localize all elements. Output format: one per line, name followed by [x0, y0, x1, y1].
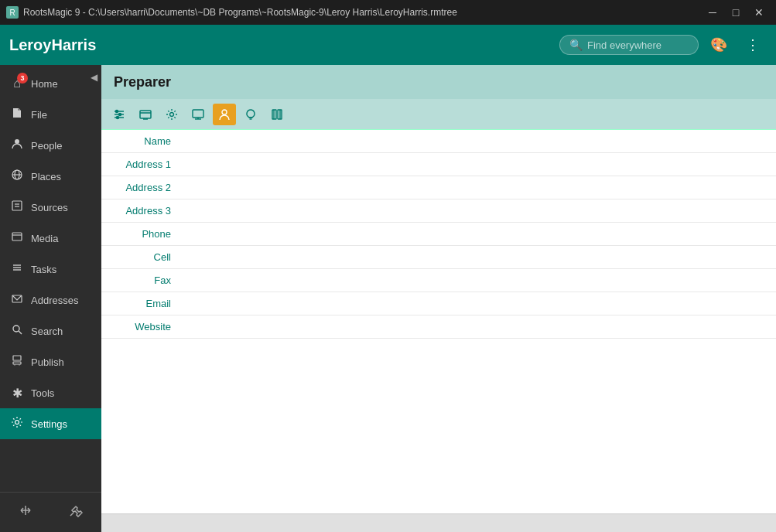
sidebar-nav: ⌂ Home 3 File People [0, 65, 101, 492]
label-cell: Cell [101, 247, 179, 267]
svg-point-40 [222, 110, 227, 114]
addresses-icon [9, 292, 25, 308]
toolbar-person-button[interactable] [213, 104, 236, 125]
input-email[interactable] [179, 293, 776, 315]
header-right: 🔍 🎨 ⋮ [559, 31, 767, 59]
label-address2: Address 2 [101, 178, 179, 197]
palette-button[interactable]: 🎨 [705, 31, 733, 59]
form-row-email: Email [101, 292, 776, 315]
svg-point-0 [15, 139, 19, 144]
form-row-address3: Address 3 [101, 200, 776, 223]
home-badge: 3 [17, 73, 28, 84]
sidebar-label-people: People [31, 140, 62, 152]
content-toolbar [101, 99, 776, 130]
input-address1[interactable] [179, 154, 776, 176]
svg-point-17 [15, 421, 19, 425]
main-layout: ◀ ⌂ Home 3 File People [0, 65, 776, 532]
input-fax[interactable] [179, 270, 776, 292]
input-website[interactable] [179, 316, 776, 338]
sidebar-label-sources: Sources [31, 202, 68, 213]
form-row-website: Website [101, 315, 776, 339]
input-cell[interactable] [179, 247, 776, 268]
sidebar-label-addresses: Addresses [31, 295, 78, 306]
form-row-address2: Address 2 [101, 176, 776, 200]
input-phone[interactable] [179, 223, 776, 245]
label-name: Name [101, 131, 179, 151]
toolbar-book-button[interactable] [265, 104, 289, 125]
label-address3: Address 3 [101, 201, 179, 220]
sources-icon [9, 200, 25, 215]
sidebar-label-search: Search [31, 326, 63, 337]
settings-icon [9, 416, 25, 431]
sidebar-item-file[interactable]: File [0, 99, 101, 130]
content-header: Preparer [101, 65, 776, 99]
label-address1: Address 1 [101, 155, 179, 174]
app-title: LeroyHarris [9, 36, 96, 54]
svg-line-24 [70, 513, 73, 516]
svg-rect-31 [140, 111, 151, 118]
sidebar-item-sources[interactable]: Sources [0, 192, 101, 223]
svg-rect-7 [12, 233, 22, 240]
sidebar-label-publish: Publish [31, 356, 64, 368]
form-row-fax: Fax [101, 269, 776, 292]
media-icon [9, 230, 25, 246]
sidebar-item-addresses[interactable]: Addresses [0, 285, 101, 315]
sidebar-item-tasks[interactable]: Tasks [0, 254, 101, 285]
input-name[interactable] [179, 131, 776, 152]
svg-rect-16 [13, 356, 21, 360]
publish-icon [9, 354, 25, 370]
form-row-address1: Address 1 [101, 153, 776, 176]
sidebar-label-tools: Tools [31, 387, 54, 399]
title-bar: R RootsMagic 9 - C:\Users\harri\Document… [0, 0, 776, 25]
search-box[interactable]: 🔍 [559, 35, 699, 55]
toolbar-sliders-button[interactable] [108, 104, 131, 125]
input-address3[interactable] [179, 200, 776, 222]
content-area: Preparer [101, 65, 776, 532]
sidebar-item-home[interactable]: ⌂ Home 3 [0, 68, 101, 99]
sidebar-item-settings[interactable]: Settings [0, 408, 101, 439]
label-email: Email [101, 294, 179, 313]
toolbar-gear-button[interactable] [160, 104, 183, 125]
svg-rect-4 [12, 201, 22, 210]
svg-line-14 [19, 331, 22, 334]
sidebar-item-search[interactable]: Search [0, 315, 101, 346]
maximize-button[interactable]: □ [725, 2, 747, 23]
sidebar: ◀ ⌂ Home 3 File People [0, 65, 101, 532]
toolbar-bulb-button[interactable] [239, 104, 262, 125]
sidebar-label-settings: Settings [31, 418, 67, 430]
people-icon [9, 138, 25, 153]
app-header: LeroyHarris 🔍 🎨 ⋮ [0, 25, 776, 65]
sidebar-item-publish[interactable]: Publish [0, 346, 101, 377]
input-address2[interactable] [179, 177, 776, 199]
sidebar-item-people[interactable]: People [0, 130, 101, 161]
pin-button[interactable] [64, 499, 87, 526]
svg-point-36 [170, 112, 174, 116]
places-icon [9, 169, 25, 184]
form-row-phone: Phone [101, 223, 776, 246]
sidebar-label-home: Home [31, 78, 58, 90]
sidebar-label-file: File [31, 109, 47, 121]
sidebar-item-media[interactable]: Media [0, 223, 101, 254]
drag-button[interactable] [14, 499, 37, 526]
file-icon [9, 107, 25, 122]
svg-point-13 [13, 326, 19, 332]
sidebar-item-places[interactable]: Places [0, 161, 101, 192]
menu-button[interactable]: ⋮ [739, 31, 767, 59]
close-button[interactable]: ✕ [748, 2, 770, 23]
window-controls: ─ □ ✕ [702, 2, 770, 23]
svg-point-28 [116, 110, 118, 112]
toolbar-monitor-button[interactable] [186, 104, 210, 125]
sidebar-label-tasks: Tasks [31, 264, 56, 275]
sidebar-bottom [0, 492, 101, 532]
search-sidebar-icon [9, 323, 25, 339]
toolbar-folder-button[interactable] [134, 104, 157, 125]
sidebar-label-media: Media [31, 233, 58, 244]
minimize-button[interactable]: ─ [702, 2, 723, 23]
form-area: Name Address 1 Address 2 Address 3 Phone [101, 130, 776, 513]
find-everywhere-input[interactable] [587, 39, 688, 51]
form-row-cell: Cell [101, 246, 776, 269]
sidebar-item-tools[interactable]: ✱ Tools [0, 377, 101, 408]
label-phone: Phone [101, 224, 179, 244]
label-website: Website [101, 317, 179, 336]
svg-point-30 [117, 116, 119, 118]
